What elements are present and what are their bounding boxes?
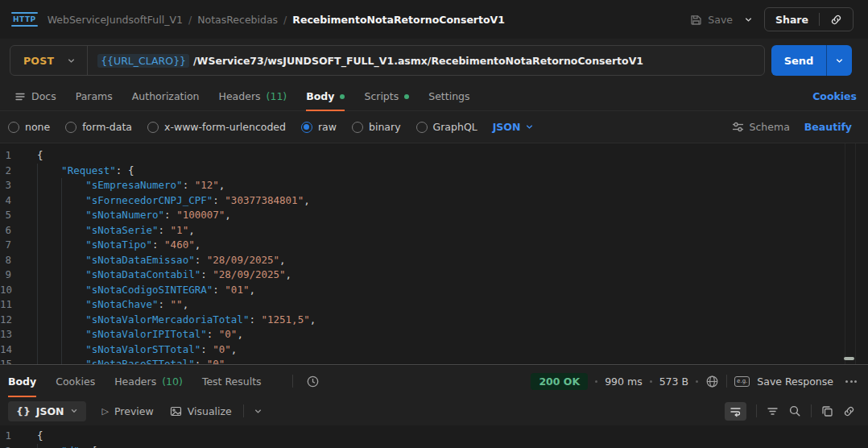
code-token: "sNotaCodigoSINTEGRA"	[85, 284, 213, 296]
line-content: "Request": {	[24, 164, 134, 179]
preview-tab[interactable]: ▷ Preview	[102, 405, 154, 417]
breadcrumb-separator: /	[283, 14, 287, 26]
tab-body[interactable]: Body	[8, 366, 36, 396]
breadcrumb-folder[interactable]: NotasRecebidas	[197, 14, 278, 26]
copy-icon[interactable]	[821, 405, 833, 417]
tab-cookies[interactable]: Cookies	[56, 366, 95, 396]
divider	[726, 375, 727, 388]
radio-icon	[301, 122, 312, 133]
tab-count: (11)	[267, 90, 287, 102]
request-tabs-row: DocsParamsAuthorizationHeaders(11)BodySc…	[0, 82, 868, 111]
line-content: "sEmpresaNumero": "12",	[24, 178, 225, 193]
indent-guide	[61, 268, 62, 283]
code-line[interactable]: 14 "sNotaValorSTTotal": "0",	[0, 342, 868, 358]
search-icon[interactable]	[788, 404, 801, 417]
code-line[interactable]: 12 "sNotaValorMercadoriaTotal": "1251,5"…	[0, 313, 868, 328]
request-body-editor[interactable]: 1{2 "Request": {3 "sEmpresaNumero": "12"…	[0, 143, 868, 364]
link-icon[interactable]	[843, 405, 855, 417]
url-input[interactable]: {{URL_CLARO}} /WService73/wsJUNDSOFT_FUL…	[88, 54, 653, 68]
code-line[interactable]: 11 "sNotaChave": "",	[0, 297, 868, 313]
body-mode-none[interactable]: none	[8, 121, 50, 133]
response-body-viewer[interactable]: 1{2 "d": [	[0, 425, 868, 448]
method-selector[interactable]: POST	[10, 46, 88, 75]
tab-headers[interactable]: Headers(10)	[114, 366, 183, 396]
tab-settings[interactable]: Settings	[428, 82, 469, 110]
line-content: "sNotaChave": "",	[24, 297, 188, 313]
tab-body[interactable]: Body	[306, 82, 345, 110]
response-format-select[interactable]: {} JSON	[8, 401, 86, 421]
save-response-button[interactable]: Save Response	[757, 375, 833, 388]
tab-docs[interactable]: Docs	[14, 82, 56, 110]
word-wrap-button[interactable]	[725, 402, 746, 421]
code-line[interactable]: 4 "sFornecedorCNPJ_CPF": "30377384801",	[0, 193, 868, 209]
tab-scripts[interactable]: Scripts	[364, 82, 409, 110]
tab-headers[interactable]: Headers(11)	[219, 82, 287, 110]
line-content: "sNotaCodigoSINTEGRA": "01",	[24, 283, 255, 298]
editor-scrollbar-track[interactable]	[845, 143, 856, 364]
indent-guide	[61, 178, 62, 193]
language-select[interactable]: JSON	[493, 121, 535, 133]
history-button[interactable]	[306, 366, 320, 396]
http-request-icon: HTTP	[11, 13, 38, 26]
editor-scrollbar-thumb[interactable]	[844, 357, 854, 360]
tab-test-results[interactable]: Test Results	[202, 366, 262, 396]
indent-guide	[61, 313, 62, 328]
body-mode-binary[interactable]: binary	[352, 121, 401, 133]
body-mode-x-www-form-urlencoded[interactable]: x-www-form-urlencoded	[147, 121, 286, 133]
save-label: Save	[708, 14, 733, 26]
code-line[interactable]: 15 "sNotaBaseSTTotal": "0",	[0, 357, 868, 364]
indent-guide	[61, 253, 62, 268]
schema-button[interactable]: Schema	[732, 121, 790, 133]
code-token: ,	[219, 179, 225, 191]
filter-icon[interactable]	[767, 405, 779, 417]
copy-link-icon[interactable]	[820, 8, 853, 31]
tab-authorization[interactable]: Authorization	[132, 82, 200, 110]
visualize-tab[interactable]: Visualize	[170, 405, 232, 417]
response-format-label: JSON	[36, 405, 64, 417]
unsaved-dot-icon	[340, 94, 345, 99]
send-options-chevron[interactable]	[826, 45, 852, 76]
code-line[interactable]: 2 "d": [	[0, 444, 868, 448]
network-globe-icon[interactable]	[705, 375, 719, 388]
word-wrap-icon	[730, 405, 742, 417]
language-label: JSON	[493, 121, 521, 133]
viewer-more-chevron[interactable]	[254, 407, 262, 416]
code-line[interactable]: 1{	[0, 429, 868, 444]
code-token: :	[213, 284, 225, 296]
tab-params[interactable]: Params	[76, 82, 113, 110]
code-token: "d"	[61, 445, 80, 448]
breadcrumb-collection[interactable]: WebServiceJundsoftFull_V1	[48, 14, 183, 26]
body-mode-graphql[interactable]: GraphQL	[416, 121, 477, 133]
line-number: 5	[0, 208, 24, 223]
line-content: "sNotaDataContabil": "28/09/2025",	[24, 268, 291, 283]
code-token: :	[159, 224, 171, 236]
save-button[interactable]: Save	[690, 14, 733, 26]
code-line[interactable]: 3 "sEmpresaNumero": "12",	[0, 178, 868, 193]
code-line[interactable]: 10 "sNotaCodigoSINTEGRA": "01",	[0, 283, 868, 298]
code-token: "sNotaChave"	[85, 298, 158, 310]
code-line[interactable]: 6 "sNotaSerie": "1",	[0, 223, 868, 239]
indent-guide	[61, 223, 62, 239]
code-line[interactable]: 9 "sNotaDataContabil": "28/09/2025",	[0, 268, 868, 283]
tab-label: Scripts	[364, 90, 399, 102]
body-mode-radios: noneform-datax-www-form-urlencodedrawbin…	[8, 121, 477, 133]
code-line[interactable]: 2 "Request": {	[0, 164, 868, 179]
url-environment-variable[interactable]: {{URL_CLARO}}	[97, 54, 189, 68]
more-options-icon[interactable]	[845, 380, 857, 383]
save-options-chevron[interactable]	[744, 15, 753, 24]
body-mode-form-data[interactable]: form-data	[65, 121, 132, 133]
body-mode-raw[interactable]: raw	[301, 121, 337, 133]
beautify-button[interactable]: Beautify	[804, 121, 852, 133]
code-token: "28/09/2025"	[213, 268, 285, 280]
code-line[interactable]: 13 "sNotaValorIPITotal": "0",	[0, 327, 868, 342]
code-line[interactable]: 1{	[0, 148, 868, 164]
indent-guide	[61, 208, 62, 223]
code-line[interactable]: 5 "sNotaNumero": "100007",	[0, 208, 868, 223]
send-button[interactable]: Send	[771, 45, 826, 76]
code-token: ,	[237, 328, 243, 340]
code-line[interactable]: 8 "sNotaDataEmissao": "28/09/2025",	[0, 253, 868, 268]
code-line[interactable]: 7 "sNotaTipo": "460",	[0, 238, 868, 253]
share-button[interactable]: Share	[765, 8, 819, 31]
cookies-link[interactable]: Cookies	[812, 82, 857, 110]
code-token: : [	[80, 445, 98, 448]
